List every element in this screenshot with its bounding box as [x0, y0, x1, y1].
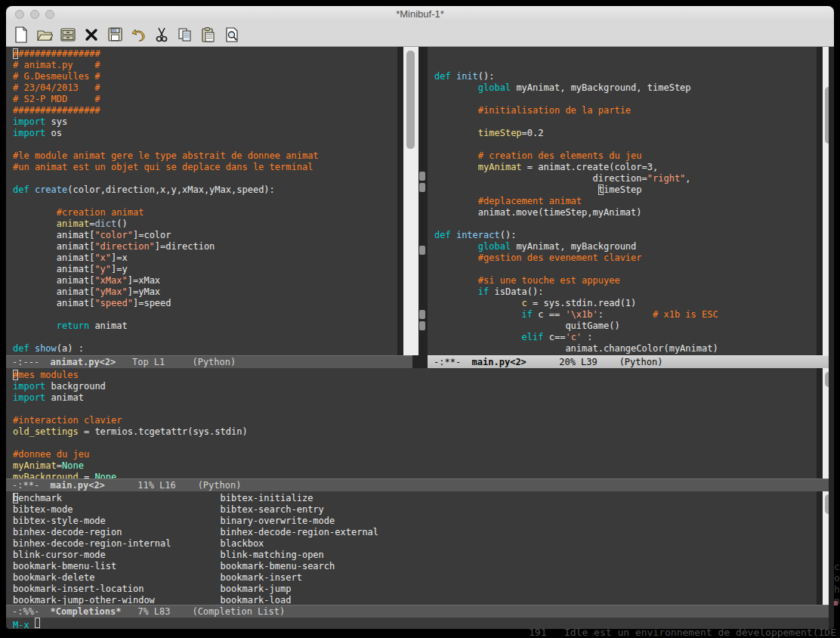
fringe-indicator	[419, 310, 425, 319]
dired-icon[interactable]	[60, 26, 76, 44]
modeline-main-middle: -:**- main.py<2> 11% L16 (Python)	[6, 478, 829, 491]
window-title: *Minibuf-1*	[6, 8, 834, 20]
modeline-completions: -:%%- *Completions* 7% L83 (Completion L…	[6, 605, 829, 618]
background-window-fragment: ou	[834, 572, 840, 584]
copy-icon[interactable]	[177, 26, 193, 44]
cut-icon[interactable]	[153, 26, 170, 44]
modeline-gap	[412, 355, 428, 368]
paste-icon[interactable]	[200, 26, 217, 44]
emacs-window: *Minibuf-1*	[6, 6, 834, 629]
kill-buffer-icon[interactable]	[83, 26, 100, 44]
window-divider	[418, 47, 428, 355]
scrollbar-animat[interactable]	[397, 47, 418, 355]
buffer-main-py-top[interactable]: def init(): global myAnimat, myBackgroun…	[428, 47, 817, 355]
fringe-indicator	[419, 321, 425, 330]
background-window-fragment: c	[834, 561, 840, 572]
background-window-pixel	[834, 601, 838, 605]
editor-area: ################# animat.py ## G.Desmeul…	[6, 47, 834, 629]
background-window-text: 191 Idle est un environnement de dévelop…	[529, 627, 836, 638]
scrollbar-thumb[interactable]	[406, 51, 415, 149]
modeline-main-active: -:**- main.py<2> 20% L39 (Python)	[428, 355, 829, 368]
open-file-icon[interactable]	[36, 26, 53, 44]
save-icon[interactable]	[107, 26, 123, 44]
modeline-animat: -:--- animat.py<2> Top L1 (Python)	[6, 355, 412, 368]
titlebar[interactable]: *Minibuf-1*	[6, 6, 834, 23]
background-window-fragment: ha	[834, 584, 840, 595]
fringe-indicator	[419, 246, 425, 255]
toolbar	[6, 23, 834, 47]
fringe-indicator	[419, 183, 425, 192]
buffer-main-py-middle[interactable]: #mes modulesimport backgroundimport anim…	[6, 368, 817, 478]
fringe-indicator	[419, 172, 425, 181]
search-icon[interactable]	[224, 26, 240, 44]
undo-icon[interactable]	[130, 26, 147, 44]
new-file-icon[interactable]	[13, 26, 29, 44]
frame-right-margin	[829, 47, 834, 629]
buffer-animat-py[interactable]: ################# animat.py ## G.Desmeul…	[6, 47, 397, 355]
buffer-completions[interactable]: benchmark bibtex-initializebibtex-mode b…	[6, 491, 817, 605]
